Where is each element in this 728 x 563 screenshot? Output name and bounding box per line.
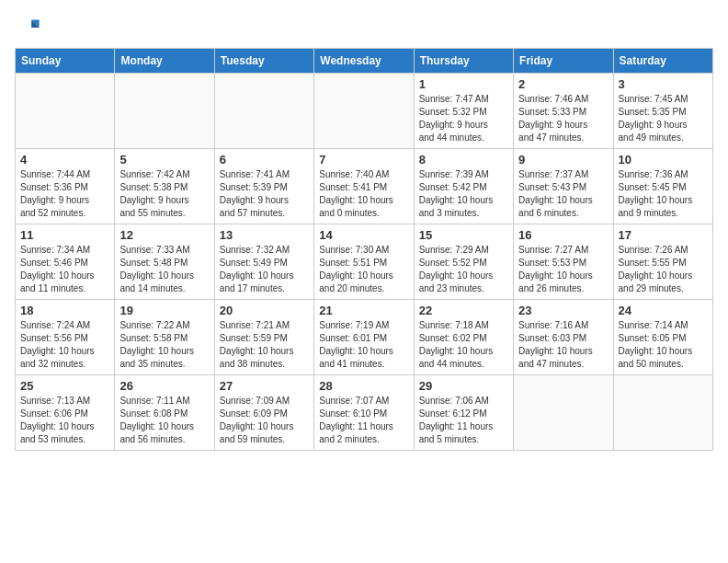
cell-info: Sunrise: 7:45 AM Sunset: 5:35 PM Dayligh… [619,93,708,144]
cell-day-number: 1 [419,77,508,91]
calendar-cell: 21Sunrise: 7:19 AM Sunset: 6:01 PM Dayli… [314,300,414,375]
cell-info: Sunrise: 7:36 AM Sunset: 5:45 PM Dayligh… [619,168,708,220]
calendar-cell: 26Sunrise: 7:11 AM Sunset: 6:08 PM Dayli… [115,375,214,451]
calendar-cell: 9Sunrise: 7:37 AM Sunset: 5:43 PM Daylig… [514,149,613,224]
cell-day-number: 17 [619,228,708,242]
calendar-cell: 19Sunrise: 7:22 AM Sunset: 5:58 PM Dayli… [115,300,214,375]
cell-info: Sunrise: 7:40 AM Sunset: 5:41 PM Dayligh… [319,168,408,220]
logo-icon [15,15,40,40]
cell-info: Sunrise: 7:06 AM Sunset: 6:12 PM Dayligh… [419,395,508,446]
cell-day-number: 8 [419,153,508,167]
calendar-cell: 18Sunrise: 7:24 AM Sunset: 5:56 PM Dayli… [16,300,115,375]
calendar-cell: 12Sunrise: 7:33 AM Sunset: 5:48 PM Dayli… [115,224,214,300]
calendar-cell [214,74,313,149]
cell-day-number: 11 [20,228,109,242]
logo [15,15,44,40]
cell-day-number: 20 [220,304,309,317]
cell-info: Sunrise: 7:21 AM Sunset: 5:59 PM Dayligh… [220,319,309,371]
cell-info: Sunrise: 7:19 AM Sunset: 6:01 PM Dayligh… [319,319,408,371]
cell-day-number: 24 [619,304,708,317]
calendar-cell: 7Sunrise: 7:40 AM Sunset: 5:41 PM Daylig… [314,149,414,224]
calendar-week-row: 11Sunrise: 7:34 AM Sunset: 5:46 PM Dayli… [16,224,713,300]
cell-day-number: 23 [518,304,608,317]
calendar-cell: 25Sunrise: 7:13 AM Sunset: 6:06 PM Dayli… [16,375,115,451]
cell-day-number: 28 [319,379,408,393]
cell-info: Sunrise: 7:44 AM Sunset: 5:36 PM Dayligh… [20,168,109,220]
cell-day-number: 21 [319,304,408,317]
calendar-week-row: 25Sunrise: 7:13 AM Sunset: 6:06 PM Dayli… [16,375,713,451]
cell-day-number: 18 [20,304,109,317]
cell-day-number: 22 [419,304,508,317]
cell-info: Sunrise: 7:46 AM Sunset: 5:33 PM Dayligh… [518,93,608,144]
calendar-cell: 10Sunrise: 7:36 AM Sunset: 5:45 PM Dayli… [613,149,712,224]
calendar-header-cell: Friday [514,49,613,74]
calendar-cell: 24Sunrise: 7:14 AM Sunset: 6:05 PM Dayli… [613,300,712,375]
cell-info: Sunrise: 7:41 AM Sunset: 5:39 PM Dayligh… [220,168,309,220]
calendar-header-cell: Saturday [613,49,712,74]
cell-day-number: 6 [220,153,309,167]
cell-info: Sunrise: 7:22 AM Sunset: 5:58 PM Dayligh… [119,319,209,371]
calendar-cell: 3Sunrise: 7:45 AM Sunset: 5:35 PM Daylig… [613,74,712,149]
calendar-header-row: SundayMondayTuesdayWednesdayThursdayFrid… [16,49,713,74]
cell-info: Sunrise: 7:33 AM Sunset: 5:48 PM Dayligh… [119,244,209,295]
cell-day-number: 27 [220,379,309,393]
cell-day-number: 16 [518,228,608,242]
cell-day-number: 9 [518,153,608,167]
cell-day-number: 19 [119,304,209,317]
calendar-cell: 15Sunrise: 7:29 AM Sunset: 5:52 PM Dayli… [414,224,513,300]
cell-day-number: 26 [119,379,209,393]
calendar-cell: 8Sunrise: 7:39 AM Sunset: 5:42 PM Daylig… [414,149,513,224]
calendar-cell: 1Sunrise: 7:47 AM Sunset: 5:32 PM Daylig… [414,74,513,149]
calendar-cell: 29Sunrise: 7:06 AM Sunset: 6:12 PM Dayli… [414,375,513,451]
calendar-cell: 16Sunrise: 7:27 AM Sunset: 5:53 PM Dayli… [514,224,613,300]
cell-day-number: 5 [119,153,209,167]
calendar-cell: 23Sunrise: 7:16 AM Sunset: 6:03 PM Dayli… [514,300,613,375]
header [15,15,713,40]
calendar-cell: 28Sunrise: 7:07 AM Sunset: 6:10 PM Dayli… [314,375,414,451]
cell-info: Sunrise: 7:16 AM Sunset: 6:03 PM Dayligh… [518,319,608,371]
calendar-header-cell: Monday [115,49,214,74]
calendar-cell [613,375,712,451]
cell-day-number: 25 [20,379,109,393]
calendar-cell [115,74,214,149]
calendar-cell: 20Sunrise: 7:21 AM Sunset: 5:59 PM Dayli… [214,300,313,375]
calendar-cell [314,74,414,149]
calendar-cell: 13Sunrise: 7:32 AM Sunset: 5:49 PM Dayli… [214,224,313,300]
calendar-cell: 4Sunrise: 7:44 AM Sunset: 5:36 PM Daylig… [16,149,115,224]
calendar-week-row: 1Sunrise: 7:47 AM Sunset: 5:32 PM Daylig… [16,74,713,149]
cell-info: Sunrise: 7:07 AM Sunset: 6:10 PM Dayligh… [319,395,408,446]
cell-day-number: 4 [20,153,109,167]
cell-info: Sunrise: 7:26 AM Sunset: 5:55 PM Dayligh… [619,244,708,295]
cell-info: Sunrise: 7:47 AM Sunset: 5:32 PM Dayligh… [419,93,508,144]
calendar-cell: 6Sunrise: 7:41 AM Sunset: 5:39 PM Daylig… [214,149,313,224]
calendar-cell: 5Sunrise: 7:42 AM Sunset: 5:38 PM Daylig… [115,149,214,224]
cell-info: Sunrise: 7:37 AM Sunset: 5:43 PM Dayligh… [518,168,608,220]
cell-day-number: 7 [319,153,408,167]
cell-day-number: 15 [419,228,508,242]
calendar-cell: 17Sunrise: 7:26 AM Sunset: 5:55 PM Dayli… [613,224,712,300]
cell-info: Sunrise: 7:13 AM Sunset: 6:06 PM Dayligh… [20,395,109,446]
calendar-header: SundayMondayTuesdayWednesdayThursdayFrid… [16,49,713,74]
calendar-cell: 11Sunrise: 7:34 AM Sunset: 5:46 PM Dayli… [16,224,115,300]
calendar-week-row: 18Sunrise: 7:24 AM Sunset: 5:56 PM Dayli… [16,300,713,375]
cell-info: Sunrise: 7:24 AM Sunset: 5:56 PM Dayligh… [20,319,109,371]
calendar-cell: 22Sunrise: 7:18 AM Sunset: 6:02 PM Dayli… [414,300,513,375]
cell-info: Sunrise: 7:39 AM Sunset: 5:42 PM Dayligh… [419,168,508,220]
calendar-cell [514,375,613,451]
calendar-cell [16,74,115,149]
calendar-header-cell: Thursday [414,49,513,74]
cell-day-number: 12 [119,228,209,242]
cell-info: Sunrise: 7:27 AM Sunset: 5:53 PM Dayligh… [518,244,608,295]
cell-day-number: 10 [619,153,708,167]
cell-info: Sunrise: 7:14 AM Sunset: 6:05 PM Dayligh… [619,319,708,371]
calendar-cell: 2Sunrise: 7:46 AM Sunset: 5:33 PM Daylig… [514,74,613,149]
cell-info: Sunrise: 7:34 AM Sunset: 5:46 PM Dayligh… [20,244,109,295]
calendar-table: SundayMondayTuesdayWednesdayThursdayFrid… [15,48,713,451]
cell-day-number: 2 [518,77,608,91]
cell-info: Sunrise: 7:42 AM Sunset: 5:38 PM Dayligh… [119,168,209,220]
calendar-week-row: 4Sunrise: 7:44 AM Sunset: 5:36 PM Daylig… [16,149,713,224]
cell-day-number: 29 [419,379,508,393]
calendar-cell: 14Sunrise: 7:30 AM Sunset: 5:51 PM Dayli… [314,224,414,300]
cell-day-number: 14 [319,228,408,242]
cell-info: Sunrise: 7:18 AM Sunset: 6:02 PM Dayligh… [419,319,508,371]
